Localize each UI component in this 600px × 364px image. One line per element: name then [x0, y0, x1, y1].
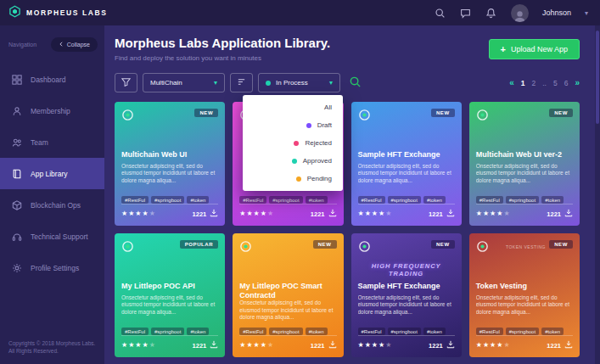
pagination-page-6[interactable]: 6: [564, 79, 569, 87]
tag[interactable]: #RestFul: [476, 328, 503, 335]
search-icon[interactable]: [435, 7, 446, 19]
card-badge: POPULAR: [180, 240, 219, 249]
pagination-page-1[interactable]: 1: [521, 79, 525, 87]
tag[interactable]: #springboot: [151, 196, 184, 204]
cube-icon: [11, 199, 22, 210]
card-title: Sample HFT Exchange: [358, 150, 455, 160]
card-badge: NEW: [431, 109, 455, 117]
app-card[interactable]: NEW Multichain Web UI Onsectetur adipisc…: [115, 102, 225, 226]
tag[interactable]: #springboot: [151, 328, 184, 335]
menu-item-pending[interactable]: Pending: [243, 170, 343, 188]
rating-stars: ★★★★★: [476, 210, 511, 217]
sort-button[interactable]: [230, 73, 253, 92]
tag[interactable]: #token: [306, 196, 328, 204]
tag[interactable]: #token: [187, 196, 209, 204]
chevron-left-icon: [59, 41, 64, 48]
download-icon: [564, 340, 573, 350]
card-art-text: TOKEN VESTING: [506, 244, 546, 249]
pagination-page-5[interactable]: 5: [553, 79, 558, 87]
tag[interactable]: #token: [423, 328, 446, 335]
chevron-down-icon: ▾: [329, 79, 333, 87]
tag[interactable]: #token: [541, 196, 564, 204]
pagination-prev[interactable]: «: [509, 78, 514, 87]
rating-stars: ★★★★★: [239, 210, 274, 217]
sidebar-item-membership[interactable]: Membership: [0, 95, 104, 126]
tag[interactable]: #springboot: [269, 328, 302, 335]
tag[interactable]: #RestFul: [476, 196, 503, 204]
avatar[interactable]: [511, 4, 529, 22]
scrollbar[interactable]: [595, 25, 600, 364]
menu-item-draft[interactable]: Draft: [243, 116, 343, 134]
sidebar-item-team[interactable]: Team: [0, 126, 104, 158]
card-description: Onsectetur adipiscing elit, sed do eiusm…: [358, 294, 455, 323]
sidebar-item-blockchain-ops[interactable]: Blockchain Ops: [0, 189, 104, 221]
download-count: 1221: [311, 210, 325, 218]
rating-stars: ★★★★★: [121, 342, 156, 349]
tag[interactable]: #RestFul: [121, 196, 149, 204]
app-target-icon: [476, 109, 489, 125]
rating-stars: ★★★★★: [358, 342, 393, 349]
search-button[interactable]: [345, 74, 364, 92]
topbar: MORPHEUS LABS Johnson ▾: [0, 0, 600, 25]
main-content: Morpheus Labs Application Library. Find …: [104, 25, 600, 364]
tag[interactable]: #springboot: [506, 196, 539, 204]
morpheus-logo-icon: [8, 5, 21, 21]
card-description: Onsectetur adipiscing elit, sed do eiusm…: [121, 163, 218, 192]
tag[interactable]: #RestFul: [358, 328, 385, 335]
tag[interactable]: #springboot: [388, 196, 421, 204]
app-card[interactable]: NEW HIGH FREQUENCY TRADING Sample HFT Ex…: [351, 233, 462, 357]
tag[interactable]: #token: [541, 328, 564, 335]
app-card[interactable]: NEW TOKEN VESTING Token Vesting Onsectet…: [469, 233, 580, 357]
status-select[interactable]: In Process ▾ All Draft Rejected: [258, 73, 340, 92]
tag[interactable]: #RestFul: [121, 328, 149, 335]
app-card[interactable]: NEW Multichain Web UI ver-2 Onsectetur a…: [469, 102, 580, 226]
messages-icon[interactable]: [460, 7, 472, 19]
scrollbar-thumb[interactable]: [596, 31, 599, 124]
chevron-down-icon[interactable]: ▾: [585, 9, 588, 17]
chain-select[interactable]: MultiChain ▾: [143, 73, 225, 92]
pagination-page-2[interactable]: 2: [532, 79, 536, 87]
filter-button[interactable]: [115, 73, 137, 92]
pagination: « 1 2 .. 5 6 »: [502, 78, 580, 87]
card-art-text: HIGH FREQUENCY TRADING: [358, 262, 455, 277]
tag[interactable]: #springboot: [269, 196, 302, 204]
card-badge: NEW: [194, 109, 218, 117]
notifications-icon[interactable]: [485, 7, 497, 19]
tag[interactable]: #RestFul: [239, 196, 266, 204]
sidebar-item-dashboard[interactable]: Dashboard: [0, 64, 104, 95]
tag[interactable]: #springboot: [506, 328, 539, 335]
sidebar-item-app-library[interactable]: App Library: [0, 158, 104, 189]
app-card[interactable]: NEW My Littlepo POC Smart Contractd Onse…: [233, 233, 343, 357]
app-card[interactable]: NEW Sample HFT Exchange Onsectetur adipi…: [351, 102, 462, 226]
tag[interactable]: #RestFul: [239, 328, 266, 335]
tag[interactable]: #RestFul: [358, 196, 385, 204]
app-target-icon: [121, 109, 134, 125]
collapse-button[interactable]: Collapse: [51, 37, 98, 52]
sidebar-item-label: Blockchain Ops: [31, 201, 81, 210]
menu-item-label: Pending: [307, 175, 332, 182]
status-menu: All Draft Rejected Approved: [243, 95, 343, 191]
card-title: My Littlepo POC API: [121, 282, 218, 291]
pagination-next[interactable]: »: [575, 78, 580, 87]
upload-new-app-button[interactable]: + Upload New App: [489, 39, 580, 59]
menu-item-rejected[interactable]: Rejected: [243, 134, 343, 152]
upload-label: Upload New App: [511, 45, 568, 53]
rating-stars: ★★★★★: [358, 210, 393, 217]
nav-section-label: Navigation: [8, 42, 36, 48]
download-count: 1221: [547, 210, 561, 218]
app-card[interactable]: POPULAR My Littlepo POC API Onsectetur a…: [115, 233, 225, 357]
sidebar-item-profile-settings[interactable]: Profile Settings: [0, 252, 104, 283]
menu-item-all[interactable]: All: [243, 98, 343, 116]
download-count: 1221: [193, 210, 207, 218]
tag[interactable]: #token: [423, 196, 446, 204]
copyright-line2: All Rights Reserved.: [8, 347, 96, 356]
brand[interactable]: MORPHEUS LABS: [8, 5, 107, 21]
tag[interactable]: #springboot: [388, 328, 421, 335]
tag[interactable]: #token: [306, 328, 328, 335]
user-name[interactable]: Johnson: [542, 8, 571, 17]
brand-name: MORPHEUS LABS: [26, 8, 107, 17]
menu-item-approved[interactable]: Approved: [243, 152, 343, 170]
tag[interactable]: #token: [187, 328, 209, 335]
sidebar-item-technical-support[interactable]: Technical Support: [0, 221, 104, 252]
download-icon: [210, 340, 218, 350]
